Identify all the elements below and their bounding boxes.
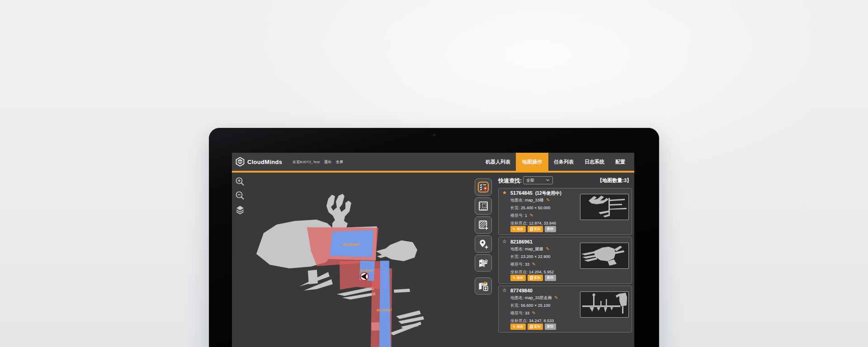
map-thumbnail-image <box>580 194 628 220</box>
copy-map-button[interactable]: 复制 <box>528 275 543 281</box>
fullscreen-link[interactable]: 全屏 <box>336 159 343 164</box>
map-thumbnail[interactable] <box>580 291 629 318</box>
origin-label: 坐标原点: <box>510 221 528 225</box>
edit-pencil-icon[interactable]: ✎ <box>532 310 536 315</box>
card-actions: ✎ 修改 复制 删除 <box>510 226 556 232</box>
map-name-value: map_33楼 <box>525 198 544 202</box>
map-card[interactable]: ★ 51764845 (12号使用中) 地图名: map_33楼 ✎ 长宽: <box>498 188 632 235</box>
delete-map-button[interactable]: 删除 <box>545 275 556 281</box>
map-card-title: 82186961 <box>510 239 534 244</box>
map-thumbnail[interactable] <box>580 243 629 269</box>
map-card[interactable]: ☆ 82186961 地图名: map_腿腿 ✎ 长宽: 23.200 <box>498 237 632 284</box>
nav-config[interactable]: 配置 <box>610 153 631 171</box>
pin-plus-icon <box>477 238 489 250</box>
edit-label: 修改 <box>517 276 524 280</box>
floor-row: 楼层号: 33 ✎ <box>510 262 536 267</box>
delete-map-button[interactable]: 删除 <box>545 226 556 232</box>
map-thumbnail-image <box>580 243 628 268</box>
map-workspace: 40.519m² 8.614m² 80.215m² <box>232 173 634 347</box>
dimensions-label: 长宽: <box>510 303 520 308</box>
area-zone-polygons[interactable] <box>330 230 391 347</box>
webcam-dot <box>433 134 435 136</box>
task-checklist-pin-icon <box>477 181 490 193</box>
map-name-value: map_腿腿 <box>525 247 543 251</box>
card-actions: ✎ 修改 复制 删除 <box>510 324 556 330</box>
delete-map-button[interactable]: 删除 <box>545 324 556 330</box>
origin-label: 坐标原点: <box>510 319 528 323</box>
map-canvas[interactable]: 40.519m² 8.614m² 80.215m² <box>232 173 475 347</box>
map-name-row: 地图名: map_腿腿 ✎ <box>510 246 549 252</box>
nav-map-operation[interactable]: 地图操作 <box>516 153 548 171</box>
edit-map-button[interactable]: ✎ 修改 <box>510 275 526 281</box>
edit-label: 修改 <box>517 324 524 329</box>
edit-map-button[interactable]: ✎ 修改 <box>510 226 526 232</box>
map-thumbnail-image <box>580 292 628 317</box>
nav-robot-list[interactable]: 机器人列表 <box>480 153 516 171</box>
map-card-title: 87749840 <box>510 288 534 293</box>
tool-measure-area-button[interactable] <box>475 197 492 215</box>
welcome-user-text: 欢迎BJDT2_Test <box>292 159 320 164</box>
tool-delete-map-marker-button[interactable] <box>475 254 492 272</box>
tool-add-point-button[interactable] <box>475 235 492 253</box>
nav-task-list[interactable]: 任务列表 <box>548 153 579 171</box>
favorite-star-icon[interactable]: ☆ <box>502 287 507 293</box>
floor-value: 33 <box>525 262 529 267</box>
edit-pencil-icon[interactable]: ✎ <box>546 246 549 251</box>
floor-label: 楼层号: <box>510 311 524 315</box>
copy-map-button[interactable]: 复制 <box>528 226 543 232</box>
delete-label: 删除 <box>547 227 554 231</box>
tool-upload-map-button[interactable] <box>475 277 492 295</box>
folded-map-x-pin-icon <box>477 257 489 269</box>
dimensions-value: 56.600 × 25.100 <box>521 303 550 308</box>
map-name-label: 地图名: <box>510 247 524 251</box>
origin-value: 34.247, 8.533 <box>529 319 554 323</box>
zoom-out-icon[interactable] <box>235 190 245 201</box>
copy-icon <box>530 276 533 280</box>
panel-header-row: 快速查找: 全部 【地图数量:3】 <box>498 176 632 185</box>
map-name-row: 地图名: map_33楼 ✎ <box>510 197 550 203</box>
edit-pencil-icon[interactable]: ✎ <box>530 213 533 218</box>
map-id: 87749840 <box>510 288 533 293</box>
tool-task-point-list-button[interactable] <box>475 178 492 196</box>
map-card-title: 51764845 (12号使用中) <box>510 190 561 197</box>
brand-name: CloudMinds <box>247 159 282 165</box>
dimensions-label: 长宽: <box>510 254 520 259</box>
dimensions-label: 长宽: <box>510 206 520 210</box>
desktop-background: CloudMinds 欢迎BJDT2_Test 退出 全屏 机器人列表 地图操作… <box>0 0 868 347</box>
origin-label: 坐标原点: <box>510 270 528 274</box>
floor-label: 楼层号: <box>510 262 524 267</box>
edit-pencil-icon[interactable]: ✎ <box>532 262 536 267</box>
edit-pencil-icon[interactable]: ✎ <box>546 197 550 202</box>
delete-label: 删除 <box>547 276 554 280</box>
floor-row: 楼层号: 33 ✎ <box>510 310 536 316</box>
favorite-star-icon[interactable]: ☆ <box>502 239 507 244</box>
logout-link[interactable]: 退出 <box>324 159 331 164</box>
copy-label: 复制 <box>534 276 541 280</box>
map-filter-value: 全部 <box>526 178 534 183</box>
pencil-icon: ✎ <box>513 325 516 329</box>
favorite-star-icon[interactable]: ★ <box>502 190 507 196</box>
edit-map-button[interactable]: ✎ 修改 <box>510 324 526 330</box>
dimensions-row: 长宽: 25.400 × 50.000 <box>510 205 550 211</box>
nav-log-system[interactable]: 日志系统 <box>579 153 610 171</box>
copy-map-button[interactable]: 复制 <box>528 324 543 330</box>
robot-position-marker[interactable] <box>360 272 368 281</box>
map-card[interactable]: ☆ 87749840 地图名: map_33层走廊 ✎ 长宽: 56.6 <box>498 286 632 333</box>
map-thumbnail[interactable] <box>580 194 629 220</box>
edit-pencil-icon[interactable]: ✎ <box>554 295 558 300</box>
origin-value: 12.874, 33.946 <box>529 221 556 225</box>
map-id: 82186961 <box>510 239 533 244</box>
brand-logo: CloudMinds <box>235 157 282 167</box>
copy-icon <box>530 325 533 328</box>
tool-add-virtual-wall-button[interactable] <box>475 216 492 234</box>
delete-label: 删除 <box>547 324 554 329</box>
dimensions-value: 23.200 × 22.900 <box>521 254 550 259</box>
main-nav: 机器人列表 地图操作 任务列表 日志系统 配置 <box>480 153 631 171</box>
dimensions-row: 长宽: 56.600 × 25.100 <box>510 303 550 309</box>
map-upload-icon <box>477 280 489 292</box>
pencil-icon: ✎ <box>513 227 516 231</box>
zoom-in-icon[interactable] <box>235 176 245 187</box>
map-filter-dropdown[interactable]: 全部 <box>523 176 553 184</box>
app-header: CloudMinds 欢迎BJDT2_Test 退出 全屏 机器人列表 地图操作… <box>232 153 634 171</box>
layers-icon[interactable] <box>235 204 245 215</box>
